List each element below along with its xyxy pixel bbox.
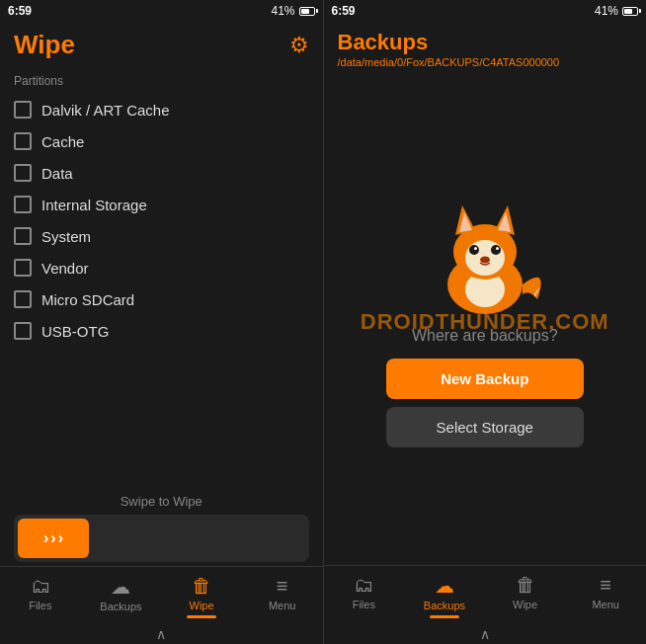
partition-name-data: Data — [41, 165, 73, 182]
left-panel: 6:59 41% Wipe ⚙ Partitions Dalvik / ART … — [0, 0, 324, 644]
battery-percent-right: 41% — [595, 4, 618, 18]
status-right-right: 41% — [595, 4, 638, 18]
trash-icon-right: 🗑 — [516, 574, 535, 597]
checkbox-vendor[interactable] — [14, 259, 32, 277]
partition-name-sdcard: Micro SDCard — [41, 291, 134, 308]
fox-area: Where are backups? New Backup Select Sto… — [324, 72, 647, 565]
chevron-right-3: › — [58, 529, 63, 547]
backups-path: /data/media/0/Fox/BACKUPS/C4ATAS000000 — [338, 56, 633, 68]
nav-label-wipe-left: Wipe — [190, 600, 214, 611]
chevron-right-2: › — [50, 529, 55, 547]
backups-title: Backups — [338, 30, 633, 55]
nav-label-wipe-right: Wipe — [513, 599, 537, 610]
home-chevron-right: ∧ — [480, 626, 490, 642]
partition-item-dalvik[interactable]: Dalvik / ART Cache — [0, 94, 323, 125]
partition-name-system: System — [41, 228, 91, 245]
wipe-title: Wipe — [14, 30, 75, 60]
chevron-right-1: › — [43, 529, 48, 547]
nav-files-left[interactable]: 🗂 Files — [0, 571, 81, 622]
checkbox-system[interactable] — [14, 227, 32, 245]
nav-wipe-left[interactable]: 🗑 Wipe — [161, 571, 242, 622]
status-right-left: 41% — [271, 4, 314, 18]
nav-label-backups-left: Backups — [100, 601, 141, 612]
app-header-left: Wipe ⚙ — [0, 22, 323, 68]
bottom-nav-right: 🗂 Files ☁ Backups 🗑 Wipe ≡ Menu — [324, 565, 647, 624]
svg-point-11 — [496, 247, 499, 250]
svg-point-8 — [469, 245, 479, 255]
partition-name-cache: Cache — [41, 133, 84, 150]
partition-item-system[interactable]: System — [0, 220, 323, 252]
folder-icon-right: 🗂 — [354, 574, 373, 597]
status-time-left: 6:59 — [8, 4, 32, 18]
folder-icon-left: 🗂 — [31, 575, 50, 598]
checkbox-sdcard[interactable] — [14, 290, 32, 308]
partition-name-usbotg: USB-OTG — [41, 323, 109, 340]
partition-item-data[interactable]: Data — [0, 157, 323, 189]
partition-item-usbotg[interactable]: USB-OTG — [0, 315, 323, 347]
svg-point-9 — [491, 245, 501, 255]
select-storage-button[interactable]: Select Storage — [386, 407, 584, 447]
battery-icon-right — [622, 7, 638, 16]
partition-name-vendor: Vendor — [41, 260, 89, 277]
status-bar-right: 6:59 41% — [324, 0, 647, 22]
nav-files-right[interactable]: 🗂 Files — [324, 570, 405, 622]
status-bar-left: 6:59 41% — [0, 0, 323, 22]
swipe-handle[interactable]: › › › — [18, 519, 89, 558]
backups-header: Backups /data/media/0/Fox/BACKUPS/C4ATAS… — [324, 22, 647, 72]
partition-item-sdcard[interactable]: Micro SDCard — [0, 283, 323, 315]
battery-percent-left: 41% — [271, 4, 294, 18]
checkbox-usbotg[interactable] — [14, 322, 32, 340]
nav-label-menu-left: Menu — [269, 600, 296, 611]
gear-icon[interactable]: ⚙ — [289, 33, 309, 58]
battery-icon-left — [299, 7, 315, 16]
home-area-right: ∧ — [324, 624, 647, 644]
cloud-icon-right: ☁ — [435, 574, 454, 598]
checkbox-internal[interactable] — [14, 196, 32, 213]
nav-label-menu-right: Menu — [592, 599, 619, 610]
nav-backups-right[interactable]: ☁ Backups — [404, 570, 485, 622]
trash-icon-left: 🗑 — [192, 575, 211, 598]
svg-point-10 — [474, 247, 477, 250]
checkbox-cache[interactable] — [14, 132, 32, 150]
checkbox-data[interactable] — [14, 164, 32, 182]
home-area-left: ∧ — [0, 624, 323, 644]
partition-name-internal: Internal Storage — [41, 197, 147, 213]
partition-item-internal[interactable]: Internal Storage — [0, 189, 323, 220]
nav-menu-left[interactable]: ≡ Menu — [242, 571, 323, 622]
nav-indicator-left — [187, 615, 216, 618]
bottom-nav-left: 🗂 Files ☁ Backups 🗑 Wipe ≡ Menu — [0, 566, 323, 624]
menu-icon-left: ≡ — [277, 575, 288, 598]
partition-item-cache[interactable]: Cache — [0, 125, 323, 157]
menu-icon-right: ≡ — [600, 574, 611, 597]
partitions-label: Partitions — [0, 68, 323, 92]
status-time-right: 6:59 — [332, 4, 356, 18]
nav-menu-right[interactable]: ≡ Menu — [565, 570, 646, 622]
new-backup-button[interactable]: New Backup — [386, 359, 584, 399]
cloud-icon-left: ☁ — [111, 575, 130, 599]
nav-label-files-left: Files — [29, 600, 51, 611]
checkbox-dalvik[interactable] — [14, 101, 32, 119]
nav-indicator-right — [430, 615, 459, 618]
partition-list: Dalvik / ART Cache Cache Data Internal S… — [0, 92, 323, 486]
swipe-section: Swipe to Wipe › › › — [0, 486, 323, 566]
nav-backups-left[interactable]: ☁ Backups — [81, 571, 162, 622]
partition-item-vendor[interactable]: Vendor — [0, 252, 323, 283]
nav-wipe-right[interactable]: 🗑 Wipe — [485, 570, 566, 622]
nav-label-backups-right: Backups — [424, 600, 465, 611]
partition-name-dalvik: Dalvik / ART Cache — [41, 102, 170, 119]
nav-label-files-right: Files — [353, 599, 375, 610]
fox-illustration — [421, 191, 549, 319]
right-panel: 6:59 41% Backups /data/media/0/Fox/BACKU… — [324, 0, 647, 644]
where-text: Where are backups? — [412, 327, 558, 345]
home-chevron-left: ∧ — [156, 626, 166, 642]
svg-point-12 — [480, 256, 490, 263]
swipe-label: Swipe to Wipe — [14, 494, 309, 509]
swipe-bar[interactable]: › › › — [14, 515, 309, 562]
